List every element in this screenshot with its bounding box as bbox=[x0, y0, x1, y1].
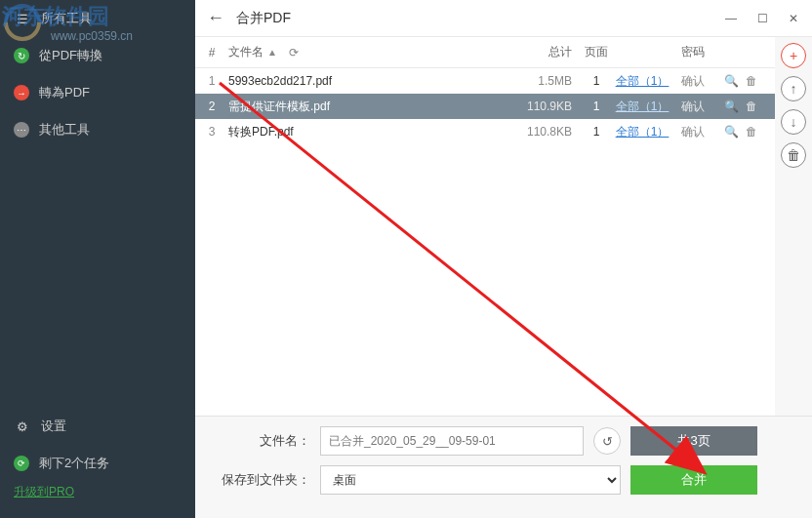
filename-label: 文件名： bbox=[221, 432, 310, 450]
remove-all-button[interactable]: 🗑 bbox=[781, 142, 806, 168]
sort-icon: ▲ bbox=[267, 47, 277, 58]
sidebar-item-label: 從PDF轉換 bbox=[39, 47, 102, 64]
maximize-button[interactable]: ☐ bbox=[755, 12, 769, 25]
delete-icon[interactable]: 🗑 bbox=[746, 100, 759, 113]
sidebar-item-label: 剩下2个任务 bbox=[39, 455, 109, 472]
row-num: 3 bbox=[201, 125, 223, 139]
row-pagerange: 全部（1） bbox=[613, 73, 671, 90]
delete-icon[interactable]: 🗑 bbox=[746, 74, 759, 88]
row-filename: 需提供证件模板.pdf bbox=[223, 99, 525, 115]
page-link[interactable]: 全部（1） bbox=[616, 74, 670, 88]
row-pagecount: 1 bbox=[580, 125, 613, 139]
menu-icon: ☰ bbox=[14, 10, 31, 27]
row-pagerange: 全部（1） bbox=[613, 124, 671, 140]
page-link[interactable]: 全部（1） bbox=[616, 125, 670, 139]
titlebar: ← 合并PDF — ☐ ✕ bbox=[195, 0, 812, 37]
reset-filename-button[interactable]: ↺ bbox=[593, 427, 621, 455]
col-name[interactable]: 文件名 ▲ ⟳ bbox=[223, 44, 525, 60]
delete-icon[interactable]: 🗑 bbox=[746, 125, 759, 139]
sidebar-item-from-pdf[interactable]: ↻ 從PDF轉換 bbox=[0, 37, 195, 74]
row-password[interactable]: 确认 bbox=[671, 99, 714, 115]
page-title: 合并PDF bbox=[236, 10, 291, 27]
sidebar-item-to-pdf[interactable]: → 轉為PDF bbox=[0, 74, 195, 111]
filename-input[interactable] bbox=[320, 426, 584, 456]
file-table: # 文件名 ▲ ⟳ 总计 页面 密码 15993ecb2dd217.pdf1.5… bbox=[195, 37, 775, 416]
move-up-button[interactable]: ↑ bbox=[781, 76, 806, 101]
table-row[interactable]: 15993ecb2dd217.pdf1.5MB1全部（1）确认🔍🗑 bbox=[195, 68, 775, 94]
col-size: 总计 bbox=[525, 44, 580, 60]
col-num: # bbox=[201, 46, 223, 60]
bottom-form: 文件名： ↺ 共3页 保存到文件夹： 桌面 合并 bbox=[195, 416, 812, 518]
sidebar-item-label: 所有工具 bbox=[41, 10, 92, 27]
pages-button[interactable]: 共3页 bbox=[630, 426, 757, 456]
refresh-icon[interactable]: ⟳ bbox=[289, 46, 299, 60]
row-size: 110.9KB bbox=[525, 100, 580, 113]
row-size: 110.8KB bbox=[525, 125, 580, 139]
convert-from-icon: ↻ bbox=[14, 48, 29, 63]
upgrade-link[interactable]: 升级到PRO bbox=[0, 482, 195, 510]
add-file-button[interactable]: + bbox=[781, 43, 806, 68]
page-link[interactable]: 全部（1） bbox=[616, 100, 670, 113]
sidebar-item-label: 轉為PDF bbox=[39, 84, 90, 101]
sidebar-item-label: 设置 bbox=[41, 418, 66, 435]
more-icon: ⋯ bbox=[14, 122, 29, 138]
move-down-button[interactable]: ↓ bbox=[781, 109, 806, 135]
preview-icon[interactable]: 🔍 bbox=[724, 100, 738, 113]
merge-button[interactable]: 合并 bbox=[630, 465, 757, 495]
sidebar-item-settings[interactable]: ⚙ 设置 bbox=[0, 408, 195, 445]
row-num: 2 bbox=[201, 100, 223, 113]
sidebar-item-label: 其他工具 bbox=[39, 121, 90, 139]
table-row[interactable]: 3转换PDF.pdf110.8KB1全部（1）确认🔍🗑 bbox=[195, 119, 775, 144]
sidebar-item-other-tools[interactable]: ⋯ 其他工具 bbox=[0, 111, 195, 148]
main-area: ← 合并PDF — ☐ ✕ # 文件名 ▲ ⟳ 总计 页面 密码 15993 bbox=[195, 0, 812, 518]
tasks-icon: ⟳ bbox=[14, 456, 29, 471]
row-filename: 转换PDF.pdf bbox=[223, 124, 525, 140]
side-actions: + ↑ ↓ 🗑 bbox=[775, 37, 812, 416]
row-num: 1 bbox=[201, 74, 223, 88]
gear-icon: ⚙ bbox=[14, 418, 31, 435]
row-size: 1.5MB bbox=[525, 74, 580, 88]
table-body: 15993ecb2dd217.pdf1.5MB1全部（1）确认🔍🗑2需提供证件模… bbox=[195, 68, 775, 416]
row-password[interactable]: 确认 bbox=[671, 73, 714, 90]
preview-icon[interactable]: 🔍 bbox=[724, 74, 738, 88]
sidebar-item-tasks[interactable]: ⟳ 剩下2个任务 bbox=[0, 445, 195, 482]
preview-icon[interactable]: 🔍 bbox=[724, 125, 738, 139]
minimize-button[interactable]: — bbox=[724, 12, 738, 25]
col-pages: 页面 bbox=[580, 44, 613, 60]
table-header: # 文件名 ▲ ⟳ 总计 页面 密码 bbox=[195, 37, 775, 68]
sidebar-item-all-tools[interactable]: ☰ 所有工具 bbox=[0, 0, 195, 37]
row-pagecount: 1 bbox=[580, 100, 613, 113]
table-row[interactable]: 2需提供证件模板.pdf110.9KB1全部（1）确认🔍🗑 bbox=[195, 94, 775, 119]
row-pagerange: 全部（1） bbox=[613, 99, 671, 115]
save-folder-select[interactable]: 桌面 bbox=[320, 465, 621, 495]
saveto-label: 保存到文件夹： bbox=[221, 471, 310, 489]
close-button[interactable]: ✕ bbox=[787, 12, 800, 25]
row-filename: 5993ecb2dd217.pdf bbox=[223, 74, 525, 88]
row-password[interactable]: 确认 bbox=[671, 124, 714, 140]
row-pagecount: 1 bbox=[580, 74, 613, 88]
col-password: 密码 bbox=[671, 44, 714, 60]
convert-to-icon: → bbox=[14, 85, 29, 100]
back-button[interactable]: ← bbox=[207, 8, 224, 28]
sidebar: ☰ 所有工具 ↻ 從PDF轉換 → 轉為PDF ⋯ 其他工具 ⚙ 设置 ⟳ 剩下… bbox=[0, 0, 195, 518]
